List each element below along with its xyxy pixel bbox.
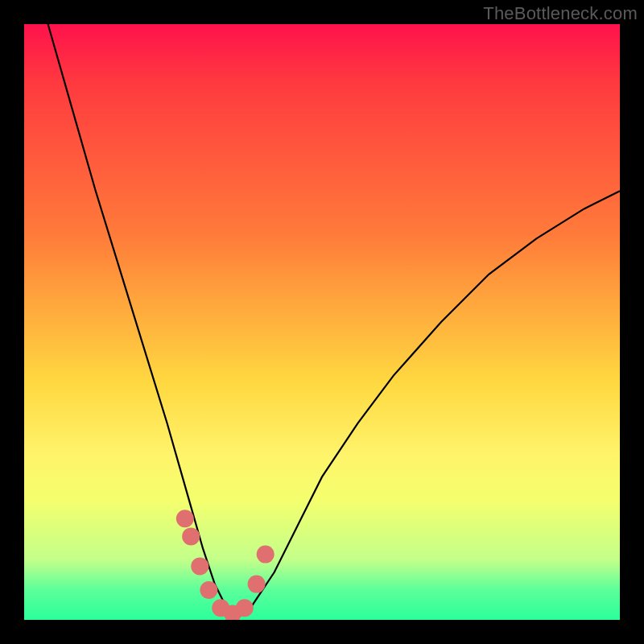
marker-point [176,510,194,527]
marker-point [257,546,275,564]
watermark-text: TheBottleneck.com [483,3,638,24]
marker-point [236,599,254,617]
curve-svg [24,24,620,620]
chart-frame: TheBottleneck.com [0,0,644,644]
marker-point [191,557,208,575]
marker-point [248,576,266,593]
marker-point [200,581,217,599]
plot-area [24,24,620,620]
markers-group [176,510,275,620]
marker-point [182,527,200,545]
bottleneck-curve [48,24,620,617]
